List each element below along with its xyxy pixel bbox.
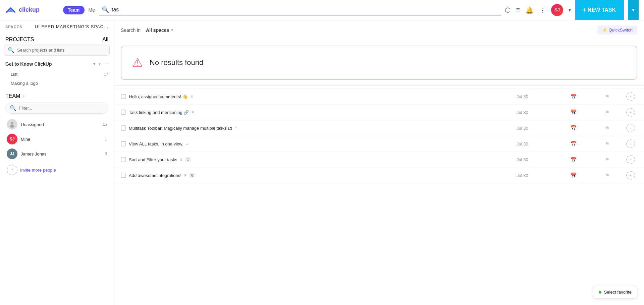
spaces-label: SPACES — [5, 25, 22, 29]
logo-text: clickup — [19, 6, 40, 13]
project-add-icon[interactable]: + — [98, 61, 101, 67]
cal-cell-2: 📅 — [557, 94, 590, 100]
assignee-avatar-2[interactable]: + — [626, 92, 635, 101]
making-logo-item[interactable]: Making a logo — [0, 79, 114, 88]
task-checkbox-7[interactable] — [121, 173, 126, 178]
assignee-cell-6: + — [624, 155, 637, 164]
member-name-james: James Jonas — [21, 151, 101, 157]
search-projects-input[interactable] — [17, 48, 106, 53]
team-header: TEAM + — [5, 93, 108, 99]
james-avatar: JJ — [7, 148, 17, 159]
me-label[interactable]: Me — [89, 7, 95, 13]
task-cell-7: Add awesome integrations! ≡ 8 — [121, 173, 517, 178]
task-title-3: Task linking and mentioning 🔗 — [129, 110, 189, 115]
task-cell-5: View ALL tasks, in one view. ≡ — [121, 141, 517, 146]
list-icon[interactable]: ≡ — [516, 6, 520, 14]
priority-cell-2[interactable]: ⚑ — [590, 94, 624, 100]
search-input[interactable] — [112, 7, 498, 13]
priority-cell-3[interactable]: ⚑ — [590, 109, 624, 116]
table-row[interactable]: Hello, assigned comments! 👋 ≡ Jul 30 📅 ⚑… — [114, 89, 644, 105]
task-desc-icon-7: ≡ — [184, 173, 186, 178]
avatar[interactable]: SJ — [551, 4, 563, 16]
priority-cell-6[interactable]: ⚑ — [590, 157, 624, 163]
search-in-bold: All spaces — [146, 27, 169, 33]
task-desc-icon-2: ≡ — [191, 94, 193, 99]
member-name-mine: Mine — [21, 137, 101, 142]
projects-label: PROJECTS — [5, 37, 34, 43]
priority-cell-5[interactable]: ⚑ — [590, 141, 624, 147]
avatar-dropdown-icon[interactable]: ▾ — [569, 7, 571, 13]
task-cell-2: Hello, assigned comments! 👋 ≡ — [121, 94, 517, 99]
assignee-avatar-7[interactable]: + — [626, 171, 635, 180]
select-favorite-button[interactable]: Select favorite — [593, 286, 637, 298]
box-icon[interactable]: ⬡ — [505, 6, 511, 14]
task-title-7: Add awesome integrations! — [129, 173, 181, 178]
sidebar: SPACES UI Feed Marketing's Spac... PROJE… — [0, 20, 114, 305]
new-task-dropdown-button[interactable]: ▾ — [628, 0, 639, 20]
team-member-james[interactable]: JJ James Jonas 0 — [5, 146, 108, 161]
assignee-avatar-3[interactable]: + — [626, 108, 635, 117]
quickswitch-button[interactable]: ⚡ QuickSwitch — [597, 25, 637, 35]
project-chevron-icon: ▾ — [93, 62, 95, 66]
team-badge[interactable]: Team — [63, 6, 85, 14]
projects-all-link[interactable]: All — [102, 37, 108, 43]
more-icon[interactable]: ⋮ — [539, 6, 546, 14]
cal-cell-5: 📅 — [557, 141, 590, 147]
bell-icon[interactable]: 🔔 — [525, 6, 534, 14]
date-cell-2: Jul 30 — [517, 94, 557, 99]
priority-cell-4[interactable]: ⚑ — [590, 125, 624, 131]
sidebar-spaces-section: SPACES UI Feed Marketing's Spac... — [0, 20, 114, 33]
no-results-box: ⚠ No results found — [121, 46, 637, 80]
task-desc-icon-5: ≡ — [186, 141, 189, 146]
assignee-cell-2: + — [624, 92, 637, 101]
project-more-icon[interactable]: ··· — [104, 61, 108, 67]
team-filter-input[interactable] — [19, 106, 104, 111]
assignee-cell-4: + — [624, 124, 637, 132]
team-member-unassigned[interactable]: Unassigned 16 — [5, 117, 108, 132]
sidebar-projects-section: PROJECTS All — [0, 33, 114, 45]
task-cell-3: Task linking and mentioning 🔗 ≡ — [121, 110, 517, 115]
task-title-2: Hello, assigned comments! 👋 — [129, 94, 188, 99]
search-in-prefix: Search in — [121, 27, 141, 33]
priority-cell-7[interactable]: ⚑ — [590, 172, 624, 179]
header: clickup Team Me 🔍 ⬡ ≡ 🔔 ⋮ SJ ▾ + NEW TAS… — [0, 0, 644, 20]
assignee-avatar-6[interactable]: + — [626, 155, 635, 164]
task-checkbox-2[interactable] — [121, 94, 126, 99]
member-count-mine: 1 — [105, 137, 107, 141]
table-row[interactable]: Multitask Toolbar: Magically manage mult… — [114, 120, 644, 136]
cal-cell-3: 📅 — [557, 109, 590, 116]
cal-cell-7: 📅 — [557, 172, 590, 179]
assignee-avatar-5[interactable]: + — [626, 139, 635, 148]
task-title-6: Sort and Filter your tasks — [129, 157, 177, 162]
cal-cell-6: 📅 — [557, 157, 590, 163]
new-task-button[interactable]: + NEW TASK — [575, 0, 624, 20]
search-in-control[interactable]: Search in All spaces ▾ — [121, 27, 173, 33]
date-cell-4: Jul 30 — [517, 126, 557, 131]
list-name: List — [11, 72, 17, 77]
project-item-get-to-know[interactable]: Get to Know ClickUp ▾ + ··· — [0, 58, 114, 70]
task-cell-6: Sort and Filter your tasks ≡ 1 — [121, 157, 517, 162]
task-list-area: Recurring task: this task will restart w… — [114, 57, 644, 305]
table-row[interactable]: Sort and Filter your tasks ≡ 1 Jul 30 📅 … — [114, 152, 644, 168]
list-item[interactable]: List 17 — [0, 70, 114, 79]
task-checkbox-6[interactable] — [121, 157, 126, 162]
table-row[interactable]: Task linking and mentioning 🔗 ≡ Jul 30 📅… — [114, 105, 644, 120]
search-projects-icon: 🔍 — [8, 47, 14, 53]
clickup-logo-icon — [5, 5, 16, 15]
task-checkbox-3[interactable] — [121, 110, 126, 115]
team-member-mine[interactable]: SJ Mine 1 — [5, 132, 108, 146]
task-desc-icon-3: ≡ — [192, 110, 194, 115]
invite-more[interactable]: + Invite more people — [5, 161, 108, 179]
task-checkbox-5[interactable] — [121, 141, 126, 146]
assignee-avatar-4[interactable]: + — [626, 124, 635, 132]
team-filter-box: 🔍 — [5, 103, 108, 114]
task-checkbox-4[interactable] — [121, 125, 126, 131]
spaces-name[interactable]: UI Feed Marketing's Spac... — [35, 24, 108, 29]
table-row[interactable]: View ALL tasks, in one view. ≡ Jul 30 📅 … — [114, 136, 644, 152]
search-dropdown-header: Search in All spaces ▾ ⚡ QuickSwitch — [114, 20, 644, 40]
team-add-icon[interactable]: + — [22, 93, 25, 99]
main-layout: SPACES UI Feed Marketing's Spac... PROJE… — [0, 20, 644, 305]
member-count-james: 0 — [105, 151, 107, 156]
table-row[interactable]: Add awesome integrations! ≡ 8 Jul 30 📅 ⚑… — [114, 168, 644, 183]
search-area: 🔍 — [99, 5, 501, 15]
